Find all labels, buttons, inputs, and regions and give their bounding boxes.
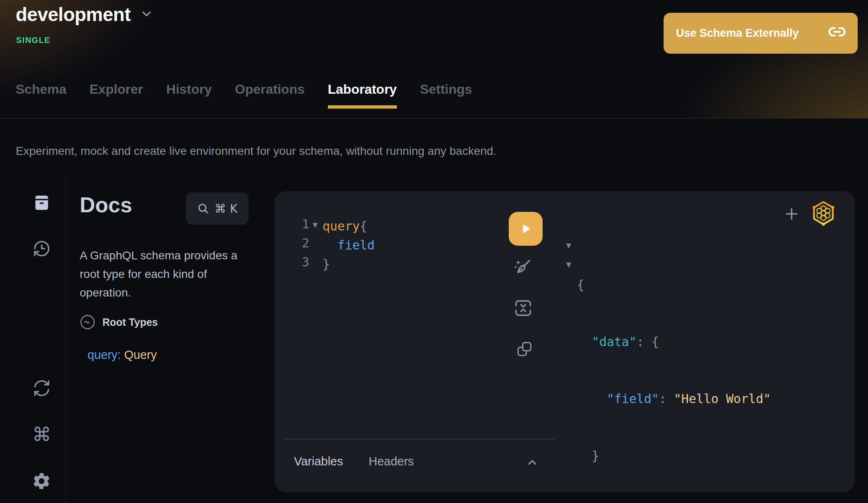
root-type-name[interactable]: Query bbox=[124, 348, 157, 361]
copy-query-button[interactable] bbox=[514, 338, 535, 360]
merge-icon bbox=[514, 299, 533, 318]
docs-icon bbox=[32, 193, 51, 212]
tab-bar: Schema Explorer History Operations Labor… bbox=[16, 82, 472, 109]
chevron-down-icon bbox=[140, 7, 154, 22]
search-icon bbox=[197, 202, 209, 215]
header: development SINGLE Use Schema Externally… bbox=[0, 0, 868, 119]
sidebar-settings-button[interactable] bbox=[30, 470, 53, 493]
open-brace: { bbox=[360, 219, 367, 233]
history-icon bbox=[32, 239, 51, 258]
fold-toggle-icon[interactable]: ▼ bbox=[566, 242, 571, 249]
add-tab-button[interactable] bbox=[781, 203, 802, 225]
sidebar-history-button[interactable] bbox=[30, 237, 53, 260]
root-field-name: query bbox=[88, 348, 118, 361]
merge-fragments-button[interactable] bbox=[512, 297, 534, 319]
tab-laboratory[interactable]: Laboratory bbox=[328, 82, 397, 109]
sidebar-refresh-schema-button[interactable] bbox=[30, 377, 53, 400]
collapse-editor-tools-button[interactable] bbox=[524, 454, 541, 471]
page-title: development bbox=[16, 3, 130, 26]
sidebar-shortcuts-button[interactable]: ⌘ bbox=[30, 423, 53, 446]
json-key-data: "data" bbox=[592, 335, 636, 349]
docs-search-button[interactable]: ⌘ K bbox=[186, 192, 249, 225]
docs-panel-title: Docs bbox=[80, 192, 132, 217]
environment-type-badge: SINGLE bbox=[16, 36, 50, 45]
close-brace[interactable]: } bbox=[323, 255, 330, 274]
root-types-icon bbox=[80, 314, 95, 330]
line-number: 2 bbox=[296, 236, 309, 250]
copy-icon bbox=[516, 340, 533, 358]
use-schema-externally-button[interactable]: Use Schema Externally bbox=[664, 13, 858, 54]
editor-tools-tabs: Variables Headers bbox=[294, 455, 414, 468]
tab-explorer[interactable]: Explorer bbox=[90, 82, 143, 109]
fold-toggle-icon[interactable]: ▼ bbox=[313, 221, 318, 229]
chevron-up-icon bbox=[525, 456, 539, 470]
tab-variables[interactable]: Variables bbox=[294, 455, 343, 468]
link-icon bbox=[828, 23, 846, 44]
tab-headers[interactable]: Headers bbox=[369, 455, 414, 468]
page-subtitle: Experiment, mock and create live environ… bbox=[16, 145, 496, 158]
sidebar-divider bbox=[65, 175, 66, 503]
sidebar-docs-button[interactable] bbox=[30, 191, 53, 214]
editor-tools-divider bbox=[284, 439, 555, 439]
json-key-field: "field" bbox=[607, 391, 659, 406]
fold-toggle-icon[interactable]: ▼ bbox=[566, 261, 571, 268]
project-selector[interactable]: development bbox=[16, 3, 154, 26]
graphql-hive-logo[interactable] bbox=[811, 200, 835, 226]
query-keyword: query bbox=[323, 219, 360, 233]
root-type-query-link[interactable]: query: Query bbox=[88, 348, 157, 362]
graphiql-panel: 1 ▼ query{ 2 field 3 } bbox=[275, 191, 855, 492]
command-icon: ⌘ bbox=[32, 425, 51, 444]
execute-query-button[interactable] bbox=[509, 212, 543, 246]
tab-history[interactable]: History bbox=[166, 82, 212, 109]
response-json: { "data": { "field": "Hello World" } } bbox=[577, 237, 771, 503]
prettify-broom-icon bbox=[512, 257, 533, 278]
laboratory-page: development SINGLE Use Schema Externally… bbox=[0, 0, 868, 503]
refresh-schema-icon bbox=[32, 379, 51, 398]
play-icon bbox=[518, 221, 534, 237]
use-schema-button-label: Use Schema Externally bbox=[676, 27, 799, 40]
root-types-label: Root Types bbox=[102, 316, 158, 328]
plus-icon bbox=[783, 206, 800, 222]
tab-settings[interactable]: Settings bbox=[420, 82, 472, 109]
tab-schema[interactable]: Schema bbox=[16, 82, 66, 109]
query-field[interactable]: field bbox=[323, 236, 375, 255]
root-separator: : bbox=[118, 348, 124, 361]
line-number: 3 bbox=[296, 255, 309, 269]
json-value-hello-world: "Hello World" bbox=[674, 391, 771, 406]
line-number: 1 bbox=[296, 217, 309, 231]
root-types-section: Root Types bbox=[80, 314, 158, 330]
docs-description: A GraphQL schema provides a root type fo… bbox=[80, 246, 248, 302]
search-shortcut-label: ⌘ K bbox=[215, 202, 237, 216]
tab-operations[interactable]: Operations bbox=[235, 82, 305, 109]
settings-gear-icon bbox=[32, 472, 51, 491]
prettify-button[interactable] bbox=[512, 257, 533, 278]
